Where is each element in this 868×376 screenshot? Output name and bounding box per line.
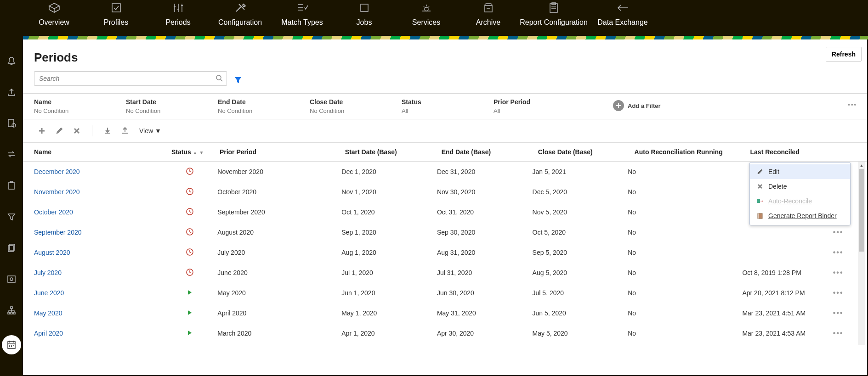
table-row[interactable]: October 2020September 2020Oct 1, 2020Oct… [23,202,858,222]
cell-close: Nov 5, 2020 [529,202,624,222]
row-actions-icon[interactable]: ••• [833,329,844,337]
cell-start: Jul 1, 2020 [338,263,433,283]
col-start[interactable]: Start Date (Base) [341,143,438,162]
rail-documents[interactable] [5,241,18,254]
col-end[interactable]: End Date (Base) [438,143,534,162]
filter-head: End Date [218,98,310,106]
search-input[interactable] [38,74,216,83]
sort-desc-icon: ▼ [199,150,204,155]
ctx-generate-report[interactable]: Generate Report Binder [750,208,850,223]
col-last[interactable]: Last Reconciled [747,143,838,162]
scroll-thumb[interactable] [859,169,864,252]
row-actions-icon[interactable]: ••• [833,289,844,297]
row-actions-icon[interactable]: ••• [833,248,844,256]
filter-start-date[interactable]: Start Date No Condition [126,98,218,114]
nav-match-types[interactable]: Match Types [271,0,333,36]
rail-hierarchy[interactable] [5,304,18,317]
nav-overview[interactable]: Overview [23,0,85,36]
filters-more-icon[interactable]: ••• [848,101,857,108]
rail-preview[interactable] [5,273,18,286]
period-name-link[interactable]: June 2020 [34,289,64,297]
period-name-link[interactable]: July 2020 [34,269,62,276]
filter-status[interactable]: Status All [402,98,494,114]
rail-upload[interactable] [5,85,18,98]
table-row[interactable]: July 2020June 2020Jul 1, 2020Jul 31, 202… [23,263,858,283]
vertical-scrollbar[interactable]: ▲ [858,162,865,345]
period-name-link[interactable]: April 2020 [34,330,63,337]
col-auto[interactable]: Auto Reconciliation Running [631,143,747,162]
clipboard-icon [549,2,559,14]
delete-button[interactable] [69,124,85,138]
rail-filter[interactable] [5,210,18,223]
table-row[interactable]: May 2020April 2020May 1, 2020May 31, 202… [23,303,858,323]
filter-prior-period[interactable]: Prior Period All [494,98,585,114]
col-status[interactable]: Status ▲ ▼ [168,143,216,162]
row-context-menu: Edit Delete Auto-Reconcile Generate Repo… [749,162,851,225]
cell-end: Mar 31, 2020 [433,343,529,345]
period-name-link[interactable]: September 2020 [34,229,82,236]
cell-start: Sep 1, 2020 [338,222,433,242]
import-button[interactable] [100,124,115,138]
sliders-icon [173,2,184,14]
nav-periods[interactable]: Periods [147,0,209,36]
row-actions-icon[interactable]: ••• [833,228,844,236]
nav-archive[interactable]: Archive [457,0,519,36]
add-filter-label: Add a Filter [628,102,661,109]
rail-calendar-selected[interactable] [2,335,21,354]
rail-notifications[interactable] [5,54,18,67]
svg-rect-5 [8,119,14,127]
scroll-up-icon[interactable]: ▲ [858,162,865,169]
rail-swap[interactable] [5,148,18,161]
nav-jobs[interactable]: Jobs [333,0,395,36]
nav-configuration[interactable]: Configuration [209,0,271,36]
col-name[interactable]: Name [23,143,168,162]
add-button[interactable] [34,124,50,138]
status-icon [186,248,193,256]
add-filter-button[interactable]: Add a Filter [613,100,661,111]
cell-start: Oct 1, 2020 [338,202,433,222]
table-row[interactable]: August 2020July 2020Aug 1, 2020Aug 31, 2… [23,242,858,263]
period-name-link[interactable]: August 2020 [34,249,70,256]
nav-services[interactable]: Services [395,0,457,36]
search-icon[interactable] [216,74,223,83]
col-close[interactable]: Close Date (Base) [534,143,631,162]
edit-button[interactable] [51,124,67,138]
svg-rect-15 [11,312,12,314]
search-box[interactable] [34,71,227,86]
period-name-link[interactable]: May 2020 [34,309,62,317]
view-menu[interactable]: View ▼ [139,127,161,135]
refresh-button[interactable]: Refresh [826,47,862,62]
table-row[interactable]: April 2020March 2020Apr 1, 2020Apr 30, 2… [23,323,858,343]
ctx-edit[interactable]: Edit [750,164,850,179]
status-icon [186,228,193,236]
filter-name[interactable]: Name No Condition [34,98,126,114]
filter-icon[interactable] [232,73,244,86]
table-row[interactable]: March 2020February 2020Mar 1, 2020Mar 31… [23,343,858,345]
table-row[interactable]: September 2020August 2020Sep 1, 2020Sep … [23,222,858,242]
rail-clipboard[interactable] [5,179,18,192]
archive-icon [483,2,494,14]
svg-rect-14 [8,312,10,314]
filter-end-date[interactable]: End Date No Condition [218,98,310,114]
cell-close: Jul 5, 2020 [529,283,624,303]
period-name-link[interactable]: October 2020 [34,208,73,216]
period-name-link[interactable]: December 2020 [34,168,80,175]
export-button[interactable] [117,124,133,138]
nav-profiles[interactable]: Profiles [85,0,147,36]
cell-prior: February 2020 [214,343,338,345]
rail-document-gear[interactable] [5,117,18,129]
cell-close: Sep 5, 2020 [529,242,624,263]
row-actions-icon[interactable]: ••• [833,309,844,317]
nav-data-exchange[interactable]: Data Exchange [588,0,657,36]
ctx-delete[interactable]: Delete [750,179,850,194]
row-actions-icon[interactable]: ••• [833,269,844,276]
table-row[interactable]: December 2020November 2020Dec 1, 2020Dec… [23,162,858,182]
square-icon [359,2,369,14]
cell-close: Apr 5, 2020 [529,343,624,345]
nav-report-configuration[interactable]: Report Configuration [519,0,588,36]
table-row[interactable]: November 2020October 2020Nov 1, 2020Nov … [23,182,858,202]
col-prior[interactable]: Prior Period [216,143,341,162]
filter-close-date[interactable]: Close Date No Condition [310,98,402,114]
table-row[interactable]: June 2020May 2020Jun 1, 2020Jun 30, 2020… [23,283,858,303]
period-name-link[interactable]: November 2020 [34,188,80,196]
